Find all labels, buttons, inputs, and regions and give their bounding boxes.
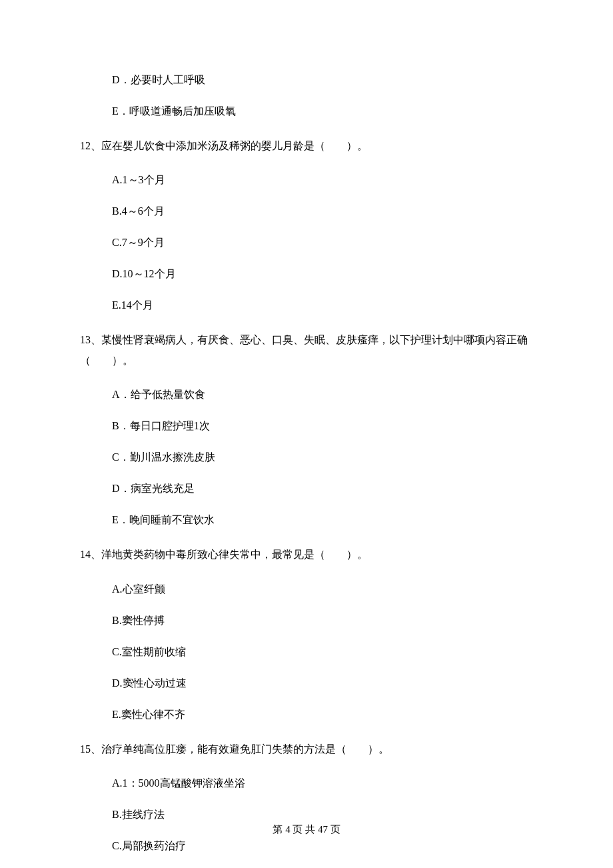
option-text: E.窦性心律不齐: [80, 708, 533, 722]
option-text: B.挂线疗法: [80, 808, 533, 822]
option-text: A.1：5000高锰酸钾溶液坐浴: [80, 777, 533, 791]
option-text: C.7～9个月: [80, 236, 533, 250]
question-text: 12、应在婴儿饮食中添加米汤及稀粥的婴儿月龄是（ ）。: [80, 136, 533, 156]
option-text: C．勤川温水擦洗皮肤: [80, 451, 533, 465]
option-text: D.10～12个月: [80, 267, 533, 281]
option-text: A．给予低热量饮食: [80, 388, 533, 402]
page-footer: 第 4 页 共 47 页: [0, 823, 613, 836]
page-content: D．必要时人工呼吸E．呼吸道通畅后加压吸氧12、应在婴儿饮食中添加米汤及稀粥的婴…: [0, 0, 613, 853]
option-text: B.窦性停搏: [80, 614, 533, 628]
option-text: B.4～6个月: [80, 205, 533, 219]
option-text: C.室性期前收缩: [80, 645, 533, 659]
option-text: E．呼吸道通畅后加压吸氧: [80, 105, 533, 119]
option-text: B．每日口腔护理1次: [80, 419, 533, 433]
option-text: A.1～3个月: [80, 173, 533, 187]
option-text: D.窦性心动过速: [80, 677, 533, 691]
question-text: 14、洋地黄类药物中毒所致心律失常中，最常见是（ ）。: [80, 545, 533, 565]
question-text: 15、治疗单纯高位肛瘘，能有效避免肛门失禁的方法是（ ）。: [80, 739, 533, 759]
question-text: 13、某慢性肾衰竭病人，有厌食、恶心、口臭、失眠、皮肤瘙痒，以下护理计划中哪项内…: [80, 330, 533, 371]
option-text: D．病室光线充足: [80, 482, 533, 496]
option-text: D．必要时人工呼吸: [80, 73, 533, 87]
option-text: C.局部换药治疗: [80, 839, 533, 853]
option-text: A.心室纤颤: [80, 583, 533, 597]
option-text: E．晚间睡前不宜饮水: [80, 513, 533, 527]
option-text: E.14个月: [80, 299, 533, 313]
